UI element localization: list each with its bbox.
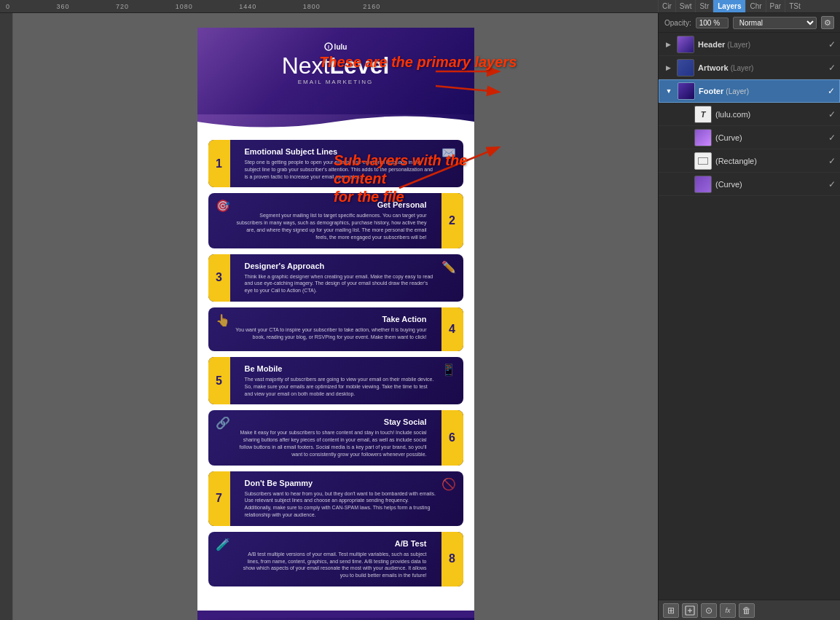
layer-item-artwork[interactable]: ▶ Artwork (Layer) ✓: [659, 56, 840, 79]
layer-name-artwork: Artwork (Layer): [698, 63, 825, 72]
layer-item-rectangle[interactable]: (Rectangle) ✓: [659, 149, 840, 173]
layer-thumb-header: [677, 36, 694, 53]
layer-visible-rect: ✓: [828, 156, 836, 166]
layer-thumb-artwork: [677, 59, 694, 76]
layer-name-curve1: (Curve): [715, 133, 825, 142]
svg-rect-2: [197, 611, 474, 618]
layer-thumb-lulu: T: [694, 106, 712, 123]
right-panel: Opacity: Normal Multiply Screen Overlay …: [658, 13, 840, 620]
doc-title: NextLevel: [212, 54, 460, 77]
layer-thumb-curve2: [694, 176, 712, 193]
layer-name-header: Header (Layer): [698, 40, 825, 49]
layer-thumb-curve1: [694, 129, 712, 146]
layer-item-curve1[interactable]: (Curve) ✓: [659, 126, 840, 149]
document-canvas: l lulu NextLevel EMAIL MARKETING: [197, 28, 474, 620]
side-ruler: [0, 13, 13, 620]
layer-item-footer[interactable]: ▼ Footer (Layer) ✓: [659, 79, 840, 103]
ruler-label-1080: 1080: [176, 3, 193, 10]
layer-name-footer: Footer (Layer): [699, 87, 825, 95]
layer-visible-artwork: ✓: [828, 63, 836, 73]
tab-layers[interactable]: Layers: [713, 0, 745, 12]
expand-footer-icon[interactable]: ▼: [664, 86, 674, 96]
layer-visible-curve1: ✓: [828, 133, 836, 143]
tab-cir[interactable]: Cir: [658, 0, 675, 12]
tip-card-7: 7 Don't Be Spammy Subscribers want to he…: [208, 471, 463, 526]
opacity-label: Opacity:: [664, 19, 691, 27]
layers-btn-mask[interactable]: ⊙: [701, 603, 717, 618]
layers-btn-stack[interactable]: ⊞: [663, 603, 679, 618]
ruler-label-2160: 2160: [363, 3, 380, 10]
tip-card-8: 8 A/B Test A/B test multiple versions of…: [208, 532, 463, 586]
layer-thumb-footer: [678, 82, 695, 100]
layer-name-curve2: (Curve): [715, 180, 825, 189]
tab-tst[interactable]: TSt: [785, 0, 804, 12]
layers-btn-delete[interactable]: 🗑: [739, 603, 755, 618]
ruler-label-1440: 1440: [239, 3, 256, 10]
tab-par[interactable]: Par: [766, 0, 785, 12]
layer-item-header[interactable]: ▶ Header (Layer) ✓: [659, 33, 840, 56]
layers-btn-fx[interactable]: fx: [720, 603, 736, 618]
layer-name-lulu: (lulu.com): [715, 110, 825, 119]
expand-artwork-icon[interactable]: ▶: [663, 63, 673, 73]
ruler-label-1800: 1800: [303, 3, 321, 10]
layer-visible-header: ✓: [828, 39, 836, 50]
tip-card-6: 6 Stay Social Make it easy for your subs…: [208, 410, 463, 465]
ruler-label-360: 360: [57, 3, 70, 10]
layer-settings-button[interactable]: ⚙: [821, 16, 834, 29]
ruler-label-720: 720: [116, 3, 129, 10]
layer-name-rect: (Rectangle): [715, 157, 825, 165]
expand-header-icon[interactable]: ▶: [663, 39, 673, 50]
layers-btn-new[interactable]: [682, 603, 698, 618]
layer-visible-curve2: ✓: [828, 179, 836, 189]
doc-body: 1 Emotional Subject Lines Step one is ge…: [197, 133, 474, 600]
tip-card-4: 4 Take Action You want your CTA to inspi…: [208, 307, 463, 351]
blend-mode-select[interactable]: Normal Multiply Screen Overlay: [733, 17, 817, 29]
layer-visible-footer: ✓: [828, 86, 835, 96]
layer-item-curve2[interactable]: (Curve) ✓: [659, 173, 840, 196]
svg-text:l: l: [328, 44, 329, 50]
lulu-logo: l lulu: [212, 42, 460, 52]
tip-card-1: 1 Emotional Subject Lines Step one is ge…: [208, 140, 463, 187]
ruler-label-0: 0: [6, 3, 10, 10]
doc-header: l lulu NextLevel EMAIL MARKETING: [197, 28, 474, 114]
layers-list: ▶ Header (Layer) ✓ ▶ Artwork (Layer) ✓: [659, 33, 840, 600]
opacity-input[interactable]: [696, 17, 729, 28]
layer-thumb-rect: [694, 152, 712, 170]
tip-card-3: 3 Designer's Approach Think like a graph…: [208, 254, 463, 302]
tab-chr[interactable]: Chr: [745, 0, 765, 12]
tip-card-2: 2 Get Personal Segment your mailing list…: [208, 193, 463, 248]
layer-visible-lulu: ✓: [828, 109, 836, 119]
layer-item-lulu-text[interactable]: T (lulu.com) ✓: [659, 103, 840, 126]
canvas-area: l lulu NextLevel EMAIL MARKETING: [13, 13, 658, 620]
opacity-row: Opacity: Normal Multiply Screen Overlay …: [659, 13, 840, 33]
layers-bottom-toolbar: ⊞ ⊙ fx 🗑: [659, 600, 840, 620]
tab-str[interactable]: Str: [695, 0, 713, 12]
doc-subtitle: EMAIL MARKETING: [212, 79, 460, 85]
tip-card-5: 5 Be Mobile The vast majority of subscri…: [208, 357, 463, 404]
tab-swt[interactable]: Swt: [675, 0, 696, 12]
